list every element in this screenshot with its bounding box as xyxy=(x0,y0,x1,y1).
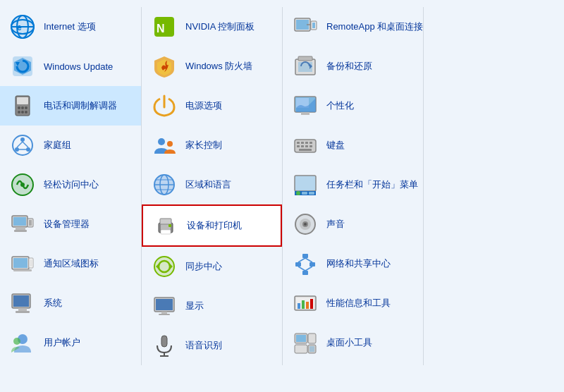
ease-access-item[interactable]: 轻松访问中心 xyxy=(0,165,141,204)
svg-line-107 xyxy=(298,258,305,262)
svg-rect-90 xyxy=(309,145,312,147)
sync-center-item[interactable]: 同步中心 xyxy=(142,247,282,286)
svg-rect-114 xyxy=(302,300,305,309)
svg-rect-57 xyxy=(168,224,171,227)
display-label: 显示 xyxy=(185,300,204,312)
backup-restore-item[interactable]: 备份和还原 xyxy=(283,47,423,86)
svg-line-110 xyxy=(305,267,312,271)
svg-rect-122 xyxy=(309,346,314,352)
gadgets-icon xyxy=(291,329,319,357)
homegroup-item[interactable]: 家庭组 xyxy=(0,125,141,165)
system-icon xyxy=(8,289,37,317)
nvidia-icon: N xyxy=(150,13,178,41)
performance-item[interactable]: 性能信息和工具 xyxy=(283,283,423,323)
notification-icon xyxy=(8,250,37,278)
devices-printers-label: 设备和打印机 xyxy=(187,219,242,232)
phone-modem-icon xyxy=(8,92,37,120)
phone-modem-label: 电话和调制解调器 xyxy=(44,99,117,112)
devices-printers-icon xyxy=(152,212,180,240)
svg-rect-119 xyxy=(308,333,316,343)
remoteapp-item[interactable]: RemoteApp 和桌面连接 xyxy=(283,7,423,47)
firewall-icon xyxy=(150,52,178,80)
personalization-item[interactable]: 个性化 xyxy=(283,86,423,125)
svg-rect-55 xyxy=(160,219,171,224)
display-item[interactable]: 显示 xyxy=(142,286,282,326)
svg-rect-66 xyxy=(161,336,167,347)
region-icon xyxy=(150,171,178,199)
svg-rect-72 xyxy=(312,23,315,28)
user-accounts-icon xyxy=(8,329,37,357)
windows-firewall-label: Windows 防火墙 xyxy=(185,60,252,73)
svg-rect-63 xyxy=(156,299,173,310)
svg-rect-86 xyxy=(309,142,312,144)
sound-item[interactable]: 声音 xyxy=(283,204,423,244)
phone-modem-item[interactable]: 电话和调制解调器 xyxy=(0,86,141,125)
svg-point-46 xyxy=(167,141,173,147)
system-label: 系统 xyxy=(44,297,62,310)
svg-point-10 xyxy=(18,106,20,109)
region-language-item[interactable]: 区域和语言 xyxy=(142,165,282,204)
svg-rect-85 xyxy=(305,142,308,144)
windows-firewall-item[interactable]: Windows 防火墙 xyxy=(142,47,282,86)
svg-rect-103 xyxy=(302,254,308,258)
nvidia-control-item[interactable]: N NVIDIA 控制面板 xyxy=(142,7,282,47)
svg-point-102 xyxy=(304,223,307,226)
svg-rect-36 xyxy=(13,269,32,271)
svg-line-108 xyxy=(305,258,312,262)
windows-update-item[interactable]: Windows Update xyxy=(0,47,141,86)
taskbar-start-item[interactable]: 任务栏和「开始」菜单 xyxy=(283,165,423,204)
network-sharing-item[interactable]: 网络和共享中心 xyxy=(283,244,423,283)
svg-rect-39 xyxy=(18,308,27,311)
svg-rect-29 xyxy=(29,220,32,226)
network-icon xyxy=(291,250,319,278)
svg-rect-106 xyxy=(302,271,308,275)
notification-icons-item[interactable]: 通知区域图标 xyxy=(0,244,141,283)
svg-point-12 xyxy=(25,106,27,109)
user-accounts-item[interactable]: 用户帐户 xyxy=(0,323,141,362)
internet-options-label: Internet 选项 xyxy=(44,20,96,33)
power-options-item[interactable]: 电源选项 xyxy=(142,86,282,125)
svg-rect-105 xyxy=(309,262,315,267)
svg-rect-35 xyxy=(30,259,32,267)
speech-recognition-label: 语音识别 xyxy=(185,339,222,352)
display-icon xyxy=(150,292,178,320)
homegroup-label: 家庭组 xyxy=(44,139,71,152)
device-manager-item[interactable]: 设备管理器 xyxy=(0,204,141,244)
keyboard-icon xyxy=(291,131,319,159)
speech-recognition-item[interactable]: 语音识别 xyxy=(142,326,282,365)
svg-rect-92 xyxy=(295,176,316,191)
svg-rect-116 xyxy=(310,299,313,309)
remoteapp-icon xyxy=(291,13,319,41)
remoteapp-label: RemoteApp 和桌面连接 xyxy=(326,20,423,33)
svg-rect-38 xyxy=(13,295,29,307)
desktop-gadgets-label: 桌面小工具 xyxy=(326,336,372,349)
performance-icon xyxy=(291,289,319,317)
parental-controls-item[interactable]: 家长控制 xyxy=(142,125,282,165)
devices-printers-item[interactable]: 设备和打印机 xyxy=(142,204,282,247)
performance-label: 性能信息和工具 xyxy=(326,297,391,310)
svg-rect-27 xyxy=(13,217,26,226)
backup-restore-label: 备份和还原 xyxy=(326,60,372,73)
internet-options-item[interactable]: e Internet 选项 xyxy=(0,7,141,47)
svg-rect-30 xyxy=(16,227,25,230)
svg-line-109 xyxy=(298,267,305,271)
svg-rect-9 xyxy=(17,97,28,104)
power-options-label: 电源选项 xyxy=(185,99,222,112)
notification-icons-label: 通知区域图标 xyxy=(44,257,99,270)
svg-line-21 xyxy=(23,142,28,147)
speech-icon xyxy=(150,331,178,360)
device-manager-icon xyxy=(8,210,37,238)
system-item[interactable]: 系统 xyxy=(0,283,141,323)
svg-rect-81 xyxy=(301,112,309,115)
nvidia-control-label: NVIDIA 控制面板 xyxy=(185,20,255,33)
svg-rect-120 xyxy=(295,345,307,353)
svg-rect-96 xyxy=(302,192,307,195)
svg-rect-83 xyxy=(297,142,300,144)
desktop-gadgets-item[interactable]: 桌面小工具 xyxy=(283,323,423,362)
svg-rect-89 xyxy=(305,145,308,147)
svg-rect-33 xyxy=(13,258,27,268)
svg-point-45 xyxy=(158,138,165,145)
svg-point-11 xyxy=(21,106,24,109)
keyboard-item[interactable]: 键盘 xyxy=(283,125,423,165)
svg-rect-31 xyxy=(14,230,27,232)
